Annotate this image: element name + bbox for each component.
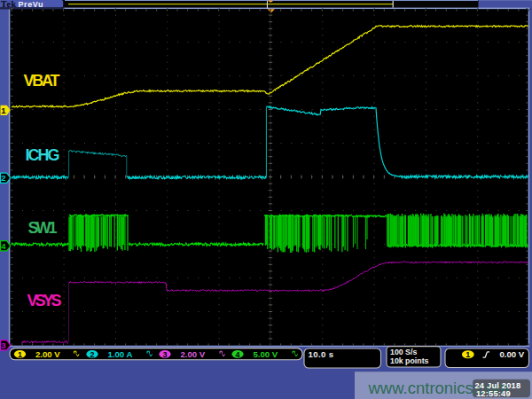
svg-text:100 S/s: 100 S/s [390,348,417,356]
svg-text:1: 1 [1,106,6,115]
svg-text:Tek: Tek [1,0,16,9]
svg-text:1: 1 [466,350,470,359]
svg-text:PreVu: PreVu [19,0,43,9]
svg-text:10.0 s: 10.0 s [309,349,334,359]
svg-text:2: 2 [1,173,5,183]
svg-text:4: 4 [1,241,6,251]
svg-text:0.00 V: 0.00 V [500,349,525,359]
svg-text:5.00 V: 5.00 V [254,349,278,359]
svg-text:3: 3 [162,350,167,359]
svg-text:12:55:49: 12:55:49 [476,389,511,398]
svg-text:ICHG: ICHG [26,146,59,164]
svg-text:2: 2 [90,350,94,359]
svg-text:2.00 V: 2.00 V [35,349,60,359]
svg-text:4: 4 [235,350,239,359]
svg-text:1: 1 [18,350,22,359]
svg-text:3: 3 [1,340,5,350]
svg-text:1.00 A: 1.00 A [108,349,133,359]
svg-text:2.00 V: 2.00 V [181,349,206,359]
svg-text:VBAT: VBAT [24,72,60,90]
svg-text:10k points: 10k points [390,356,429,365]
svg-text:VSYS: VSYS [27,292,62,309]
svg-text:SW1: SW1 [28,219,58,237]
